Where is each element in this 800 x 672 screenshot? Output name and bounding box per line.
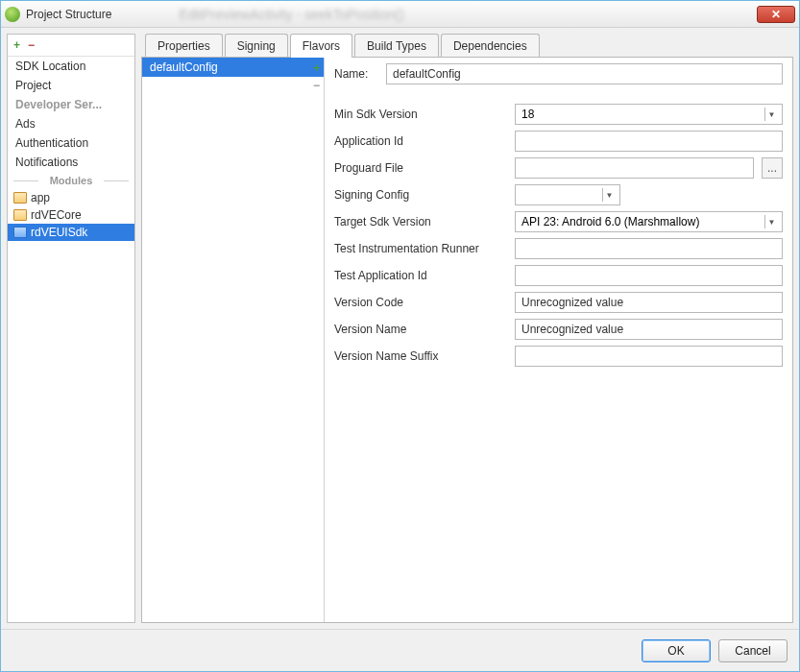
flavor-list: defaultConfig + −	[142, 58, 325, 622]
label-proguard-file: Proguard File	[334, 161, 507, 175]
row-version-code: Version Code	[334, 292, 783, 313]
sidebar-item-authentication[interactable]: Authentication	[8, 133, 134, 153]
tab-bar: Properties Signing Flavors Build Types D…	[141, 34, 793, 58]
label-version-name-suffix: Version Name Suffix	[334, 349, 507, 363]
input-test-runner[interactable]	[515, 238, 783, 259]
module-rdveuisdk[interactable]: rdVEUISdk	[8, 224, 134, 241]
tab-build-types[interactable]: Build Types	[354, 34, 439, 58]
sidebar-item-sdk-location[interactable]: SDK Location	[8, 57, 134, 76]
row-target-sdk: Target Sdk Version API 23: Android 6.0 (…	[334, 211, 783, 232]
window-title: Project Structure	[26, 8, 111, 21]
flavor-item-defaultconfig[interactable]: defaultConfig	[142, 58, 324, 77]
module-icon	[13, 209, 27, 221]
row-signing-config: Signing Config ▼	[334, 184, 783, 205]
label-application-id: Application Id	[334, 134, 507, 148]
app-icon	[5, 7, 20, 22]
dialog-footer: OK Cancel	[1, 629, 799, 671]
label-test-runner: Test Instrumentation Runner	[334, 242, 507, 255]
chevron-down-icon: ▼	[764, 215, 778, 228]
sidebar-item-developer-services[interactable]: Developer Ser...	[8, 95, 134, 114]
module-app[interactable]: app	[8, 189, 134, 206]
module-rdvecore[interactable]: rdVECore	[8, 206, 134, 224]
chevron-down-icon: ▼	[764, 108, 778, 121]
module-icon	[13, 192, 27, 204]
row-test-runner: Test Instrumentation Runner	[334, 238, 783, 259]
add-icon[interactable]: +	[13, 38, 20, 52]
titlebar: Project Structure EditPreviewActivity - …	[1, 1, 799, 28]
label-test-app-id: Test Application Id	[334, 269, 507, 282]
flavor-form: Name: Min Sdk Version 18 ▼ Application I…	[325, 58, 792, 622]
input-application-id[interactable]	[515, 131, 783, 152]
input-proguard-file[interactable]	[515, 157, 754, 179]
project-structure-window: Project Structure EditPreviewActivity - …	[0, 0, 800, 672]
select-value: 18	[521, 108, 534, 121]
input-version-name[interactable]	[515, 319, 783, 340]
sidebar: + − SDK Location Project Developer Ser..…	[7, 34, 135, 623]
tab-properties[interactable]: Properties	[145, 34, 223, 58]
select-target-sdk[interactable]: API 23: Android 6.0 (Marshmallow) ▼	[515, 211, 783, 232]
main-panel: Properties Signing Flavors Build Types D…	[141, 34, 793, 623]
content-area: + − SDK Location Project Developer Ser..…	[1, 28, 799, 629]
close-button[interactable]: ✕	[757, 6, 795, 23]
cancel-button[interactable]: Cancel	[718, 639, 788, 662]
name-label: Name:	[334, 67, 378, 81]
input-version-name-suffix[interactable]	[515, 346, 783, 367]
module-icon	[13, 227, 27, 238]
select-value: API 23: Android 6.0 (Marshmallow)	[521, 215, 699, 228]
close-icon: ✕	[771, 8, 781, 21]
module-label: app	[31, 191, 50, 204]
row-min-sdk: Min Sdk Version 18 ▼	[334, 104, 783, 125]
chevron-down-icon: ▼	[602, 188, 616, 202]
flavor-remove-icon[interactable]: −	[313, 79, 320, 92]
ellipsis-icon: ...	[767, 161, 777, 175]
label-version-name: Version Name	[334, 323, 507, 336]
browse-button[interactable]: ...	[762, 157, 783, 179]
row-test-app-id: Test Application Id	[334, 265, 783, 286]
flavor-add-icon[interactable]: +	[313, 61, 320, 75]
row-version-name-suffix: Version Name Suffix	[334, 346, 783, 367]
tab-flavors[interactable]: Flavors	[290, 34, 352, 58]
tab-dependencies[interactable]: Dependencies	[441, 34, 540, 58]
module-label: rdVEUISdk	[31, 226, 87, 239]
context-blurred: EditPreviewActivity - seekToPosition()	[179, 7, 403, 22]
name-input[interactable]	[386, 63, 783, 84]
row-version-name: Version Name	[334, 319, 783, 340]
module-label: rdVECore	[31, 208, 82, 222]
flavor-toolbar: + −	[313, 61, 320, 92]
sidebar-item-ads[interactable]: Ads	[8, 114, 134, 133]
row-proguard-file: Proguard File ...	[334, 157, 783, 179]
remove-icon[interactable]: −	[28, 38, 35, 52]
sidebar-item-project[interactable]: Project	[8, 76, 134, 95]
sidebar-toolbar: + −	[8, 35, 134, 57]
input-version-code[interactable]	[515, 292, 783, 313]
row-application-id: Application Id	[334, 131, 783, 152]
tab-signing[interactable]: Signing	[225, 34, 288, 58]
sidebar-item-notifications[interactable]: Notifications	[8, 153, 134, 172]
label-target-sdk: Target Sdk Version	[334, 215, 507, 228]
label-min-sdk: Min Sdk Version	[334, 108, 507, 121]
select-signing-config[interactable]: ▼	[515, 184, 620, 205]
input-test-app-id[interactable]	[515, 265, 783, 286]
label-version-code: Version Code	[334, 296, 507, 309]
name-row: Name:	[334, 63, 783, 84]
select-min-sdk[interactable]: 18 ▼	[515, 104, 783, 125]
modules-header: Modules	[8, 172, 134, 189]
ok-button[interactable]: OK	[642, 639, 711, 662]
label-signing-config: Signing Config	[334, 188, 507, 202]
tab-body: defaultConfig + − Name: Min Sdk Version	[141, 57, 793, 623]
